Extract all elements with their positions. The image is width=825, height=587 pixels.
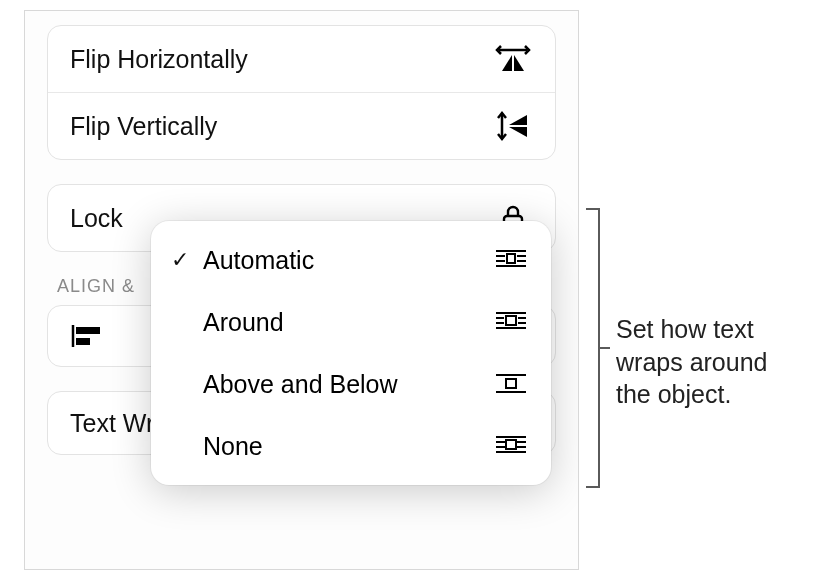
flip-group: Flip Horizontally Flip Vertically <box>47 25 556 160</box>
svg-rect-8 <box>76 327 100 334</box>
flip-vertical-row[interactable]: Flip Vertically <box>48 92 555 159</box>
format-panel: Flip Horizontally Flip Vertically <box>24 10 579 570</box>
wrap-automatic-icon <box>491 243 531 277</box>
svg-marker-1 <box>502 55 512 71</box>
callout-bracket <box>586 208 600 488</box>
align-left-icon <box>68 319 108 353</box>
svg-marker-32 <box>506 379 516 388</box>
checkmark-icon: ✓ <box>165 247 195 273</box>
flip-horizontal-row[interactable]: Flip Horizontally <box>48 26 555 92</box>
svg-marker-5 <box>509 127 527 137</box>
svg-rect-9 <box>76 338 90 345</box>
wrap-option-label: None <box>203 432 483 461</box>
svg-rect-30 <box>506 316 516 325</box>
text-wrap-popover: ✓ Automatic Around <box>151 221 551 485</box>
svg-marker-23 <box>507 254 515 263</box>
flip-horizontal-icon <box>493 42 533 76</box>
wrap-none-icon <box>491 429 531 463</box>
wrap-option-label: Around <box>203 308 483 337</box>
flip-horizontal-label: Flip Horizontally <box>70 45 248 74</box>
wrap-above-below-icon <box>491 367 531 401</box>
svg-marker-38 <box>506 440 516 449</box>
wrap-option-label: Above and Below <box>203 370 483 399</box>
svg-marker-4 <box>509 115 527 125</box>
lock-label: Lock <box>70 204 123 233</box>
wrap-option-label: Automatic <box>203 246 483 275</box>
flip-vertical-icon <box>493 109 533 143</box>
wrap-option-none[interactable]: None <box>151 415 551 477</box>
flip-vertical-label: Flip Vertically <box>70 112 217 141</box>
svg-marker-2 <box>514 55 524 71</box>
wrap-option-above-below[interactable]: Above and Below <box>151 353 551 415</box>
callout-text: Set how text wraps around the object. <box>616 313 808 411</box>
wrap-around-icon <box>491 305 531 339</box>
wrap-option-automatic[interactable]: ✓ Automatic <box>151 229 551 291</box>
wrap-option-around[interactable]: Around <box>151 291 551 353</box>
